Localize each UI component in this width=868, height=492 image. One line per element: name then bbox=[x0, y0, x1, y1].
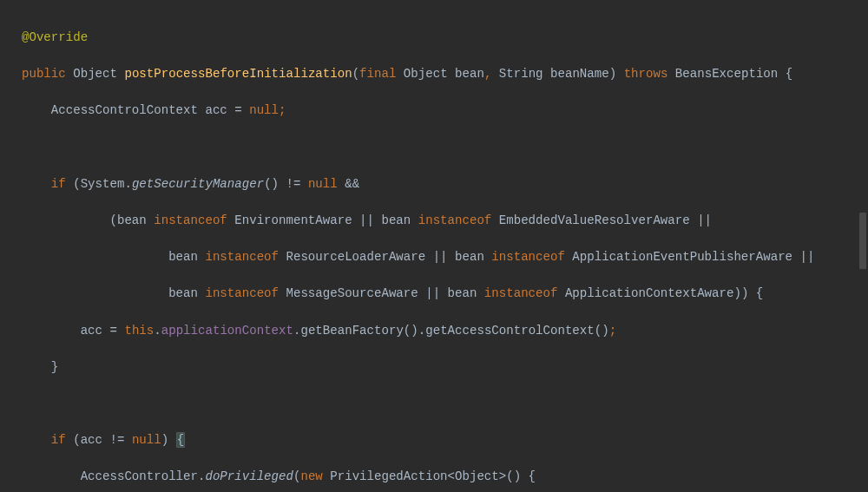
code-editor[interactable]: @Override public Object postProcessBefor… bbox=[0, 0, 868, 492]
keyword-null: null bbox=[132, 433, 161, 447]
code-text: BeansException { bbox=[667, 67, 792, 81]
code-text: ( bbox=[352, 67, 359, 81]
code-text: ) bbox=[609, 67, 616, 81]
code-text: bean bbox=[22, 250, 205, 264]
code-line[interactable]: } bbox=[22, 358, 868, 377]
code-text: ) bbox=[161, 433, 176, 447]
method-name: postProcessBeforeInitialization bbox=[124, 67, 352, 81]
code-text: EnvironmentAware || bean bbox=[227, 213, 418, 227]
type: Object bbox=[73, 67, 117, 81]
code-text: () != bbox=[264, 177, 308, 191]
matched-brace: { bbox=[176, 432, 185, 448]
keyword-null: null bbox=[308, 177, 338, 191]
code-line[interactable]: public Object postProcessBeforeInitializ… bbox=[22, 65, 868, 83]
field-ref: applicationContext bbox=[161, 324, 293, 338]
code-line[interactable]: acc = this.applicationContext.getBeanFac… bbox=[22, 322, 868, 340]
static-method: doPrivileged bbox=[205, 469, 293, 483]
code-text: AccessController. bbox=[22, 469, 205, 483]
code-line[interactable]: bean instanceof MessageSourceAware || be… bbox=[22, 285, 868, 303]
code-line[interactable]: if (System.getSecurityManager() != null … bbox=[22, 175, 868, 194]
code-text bbox=[616, 67, 623, 81]
static-method: getSecurityManager bbox=[132, 177, 264, 191]
code-line[interactable]: if (acc != null) { bbox=[22, 431, 868, 449]
code-line[interactable] bbox=[22, 139, 868, 157]
code-text: acc = bbox=[22, 324, 124, 338]
code-text: (acc != bbox=[66, 433, 132, 447]
keyword-instanceof: instanceof bbox=[205, 250, 279, 264]
annotation: @Override bbox=[22, 30, 88, 44]
semicolon: ; bbox=[609, 324, 616, 338]
keyword-instanceof: instanceof bbox=[491, 250, 565, 264]
code-text: EmbeddedValueResolverAware || bbox=[491, 213, 712, 227]
code-text: ApplicationEventPublisherAware || bbox=[565, 250, 815, 264]
code-text: (bean bbox=[22, 213, 154, 227]
scrollbar-thumb[interactable] bbox=[859, 213, 866, 269]
keyword-new: new bbox=[300, 469, 322, 483]
code-text: ResourceLoaderAware || bean bbox=[279, 250, 491, 264]
keyword-throws: throws bbox=[624, 67, 668, 81]
keyword-null: null bbox=[249, 103, 279, 117]
code-text: } bbox=[22, 360, 58, 374]
keyword-instanceof: instanceof bbox=[205, 286, 279, 300]
keyword-if: if bbox=[22, 177, 66, 191]
param: Object bean bbox=[404, 67, 484, 81]
code-text: MessageSourceAware || bean bbox=[279, 286, 484, 300]
scrollbar-track[interactable] bbox=[858, 0, 868, 492]
code-text: bean bbox=[22, 286, 205, 300]
keyword-instanceof: instanceof bbox=[154, 213, 227, 227]
code-line[interactable]: @Override bbox=[22, 29, 868, 47]
code-text: PrivilegedAction<Object>() { bbox=[323, 469, 536, 483]
keyword-public: public bbox=[22, 67, 66, 81]
keyword-instanceof: instanceof bbox=[418, 213, 492, 227]
code-text: (System. bbox=[66, 177, 132, 191]
code-line[interactable]: (bean instanceof EnvironmentAware || bea… bbox=[22, 212, 868, 230]
code-text: ApplicationContextAware)) { bbox=[557, 286, 763, 300]
code-line[interactable]: AccessControlContext acc = null; bbox=[22, 102, 868, 120]
keyword-if: if bbox=[22, 433, 66, 447]
code-text: .getBeanFactory().getAccessControlContex… bbox=[293, 324, 609, 338]
code-text bbox=[396, 67, 403, 81]
param: String beanName bbox=[491, 67, 608, 81]
semicolon: ; bbox=[279, 103, 286, 117]
keyword-final: final bbox=[359, 67, 396, 81]
keyword-instanceof: instanceof bbox=[484, 286, 558, 300]
code-text bbox=[66, 67, 73, 81]
code-text: . bbox=[154, 324, 161, 338]
code-line[interactable]: AccessController.doPrivileged(new Privil… bbox=[22, 468, 868, 486]
code-text: AccessControlContext acc = bbox=[22, 103, 249, 117]
keyword-this: this bbox=[124, 324, 154, 338]
code-text: && bbox=[338, 177, 359, 191]
code-line[interactable]: bean instanceof ResourceLoaderAware || b… bbox=[22, 248, 868, 266]
code-line[interactable] bbox=[22, 395, 868, 413]
